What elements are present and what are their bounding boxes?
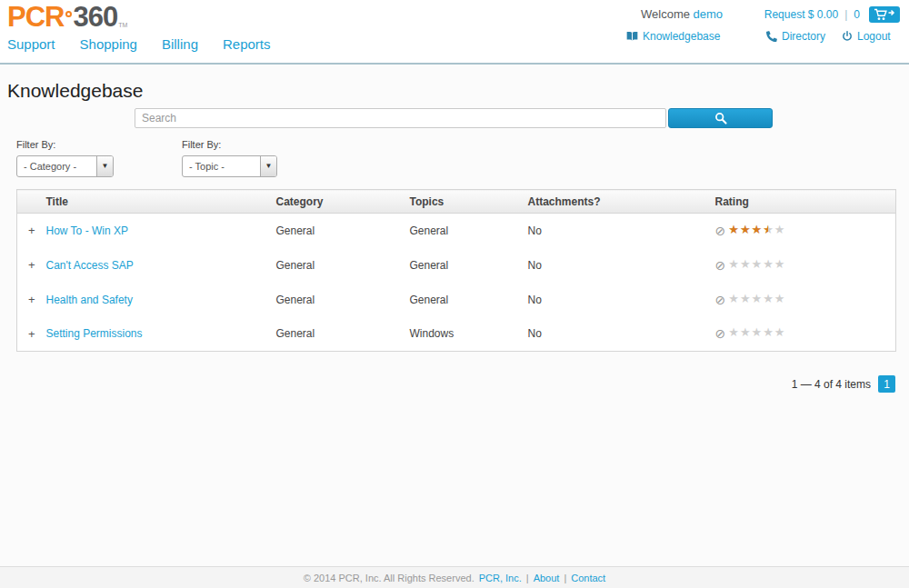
star-icon[interactable]: ★ [763,326,774,338]
search-icon [714,112,727,125]
logo-text-pcr: PCR [7,2,64,33]
expand-row-button[interactable]: + [28,258,35,272]
app-window: PCR 360 TM Support Shopping Billing Repo… [0,0,909,588]
star-icon[interactable]: ★★ [763,224,774,235]
star-icon[interactable]: ★ [740,293,751,304]
column-rating[interactable]: Rating [715,190,896,214]
book-icon [626,31,638,42]
footer-separator: | [564,573,566,583]
star-icon[interactable]: ★ [728,293,739,304]
star-icon[interactable]: ★★ [740,224,751,235]
cart-icon [874,8,895,21]
directory-link[interactable]: Directory [766,30,825,43]
knowledgebase-link[interactable]: Knowledgebase [626,30,720,43]
nav-item-support[interactable]: Support [7,36,55,52]
category-dropdown[interactable]: - Category - ▼ [16,155,114,177]
page-title: Knowledgebase [7,80,143,102]
clear-rating-icon[interactable]: ⊘ [715,326,726,341]
pagination: 1 — 4 of 4 items 1 [792,375,895,393]
cart-button[interactable] [869,6,900,23]
footer-link-about[interactable]: About [534,573,560,583]
column-category[interactable]: Category [276,190,410,214]
nav-item-reports[interactable]: Reports [223,36,271,52]
search-input[interactable] [135,108,666,128]
power-icon [842,31,853,42]
pagination-summary: 1 — 4 of 4 items [792,378,871,391]
article-link[interactable]: Setting Permissions [46,327,143,340]
star-icon[interactable]: ★ [752,293,763,304]
star-icon[interactable]: ★ [774,258,785,270]
star-icon[interactable]: ★ [752,326,763,338]
article-link[interactable]: Can't Access SAP [46,259,134,272]
cell-topics: General [410,248,528,283]
star-icon[interactable]: ★ [740,258,751,270]
pcr360-logo[interactable]: PCR 360 TM [7,2,127,33]
rating-stars: ★★★★★★★★★ [728,224,785,236]
cart-count: 0 [854,8,860,21]
expand-row-button[interactable]: + [28,293,35,306]
star-icon[interactable]: ★ [763,293,774,304]
chevron-down-icon: ▼ [265,163,273,170]
table-row: + Can't Access SAP General General No ⊘★… [17,248,896,283]
clear-rating-icon[interactable]: ⊘ [715,224,726,238]
clear-rating-icon[interactable]: ⊘ [715,293,726,307]
column-title[interactable]: Title [46,190,276,214]
knowledgebase-table: Title Category Topics Attachments? Ratin… [16,189,896,352]
header: PCR 360 TM Support Shopping Billing Repo… [0,0,909,65]
star-icon[interactable]: ★★ [752,224,763,235]
star-icon[interactable]: ★★ [728,224,739,235]
logo-circle-icon [65,11,72,17]
phone-icon [766,31,777,42]
star-icon[interactable]: ★ [728,326,739,338]
column-attachments[interactable]: Attachments? [528,190,715,214]
article-link[interactable]: Health and Safety [46,294,133,306]
request-area: Request $ 0.00 | 0 [764,6,900,23]
username-link[interactable]: demo [694,7,724,21]
star-icon[interactable]: ★ [774,224,785,235]
request-total-link[interactable]: Request $ 0.00 [764,8,838,21]
star-icon[interactable]: ★ [740,326,751,338]
topic-dropdown-button[interactable]: ▼ [260,156,276,176]
main-content: Knowledgebase Filter By: - Category - ▼ [0,65,909,566]
expand-row-button[interactable]: + [28,327,35,341]
table-row: + Setting Permissions General Windows No… [17,317,896,352]
star-icon[interactable]: ★ [774,293,785,304]
cell-category: General [276,248,410,283]
topic-dropdown[interactable]: - Topic - ▼ [182,155,277,177]
star-icon[interactable]: ★ [728,258,739,270]
clear-rating-icon[interactable]: ⊘ [715,258,726,273]
rating-stars: ★★★★★ [728,293,785,305]
search-button[interactable] [668,108,773,128]
logo-trademark: TM [118,22,127,28]
logout-link-label: Logout [857,30,891,43]
logout-link[interactable]: Logout [842,30,891,43]
cell-topics: General [410,283,528,317]
main-nav: Support Shopping Billing Reports [7,36,271,52]
column-expand [17,190,46,214]
welcome-text: Welcome demo [641,7,723,21]
column-topics[interactable]: Topics [410,190,528,214]
article-link[interactable]: How To - Win XP [46,224,128,237]
cell-topics: Windows [410,317,528,352]
expand-row-button[interactable]: + [28,224,35,237]
star-icon[interactable]: ★ [774,326,785,338]
footer: © 2014 PCR, Inc. All Rights Reserved. PC… [0,566,909,588]
cell-attachments: No [528,283,715,317]
footer-separator: | [526,573,529,583]
table-row: + Health and Safety General General No ⊘… [17,283,896,317]
cell-category: General [276,283,410,317]
category-dropdown-button[interactable]: ▼ [96,156,113,176]
chevron-down-icon: ▼ [102,163,109,170]
nav-item-billing[interactable]: Billing [162,36,198,52]
footer-link-contact[interactable]: Contact [571,573,605,583]
topic-filter-label: Filter By: [182,139,277,150]
category-dropdown-value: - Category - [17,161,96,172]
star-icon[interactable]: ★ [763,258,774,270]
nav-item-shopping[interactable]: Shopping [80,36,137,52]
logo-text-360: 360 [73,2,117,33]
page-1-button[interactable]: 1 [878,375,895,393]
footer-link-pcr[interactable]: PCR, Inc. [479,573,522,583]
star-icon[interactable]: ★ [752,258,763,270]
request-separator: | [844,8,847,21]
directory-link-label: Directory [782,30,825,43]
